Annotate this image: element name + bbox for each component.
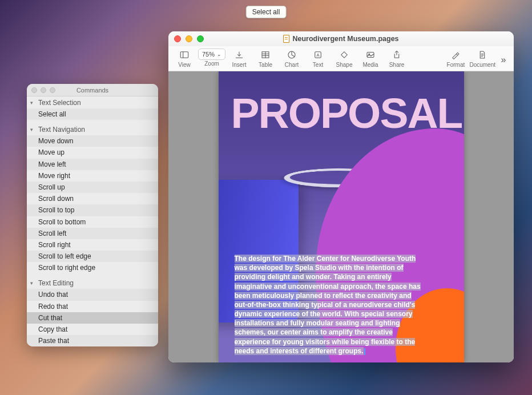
document-body-text[interactable]: The design for The Alder Center for Neur… xyxy=(235,254,423,356)
toolbar-chart[interactable]: Chart xyxy=(279,49,304,68)
text-icon: A xyxy=(310,49,326,61)
close-button[interactable] xyxy=(174,35,181,42)
command-item[interactable]: Copy that xyxy=(27,324,158,335)
chevron-right-double-icon: » xyxy=(501,55,506,65)
toolbar: View 75% ⌄ Zoom Insert Table Chart A Tex… xyxy=(168,46,514,71)
panel-window-controls[interactable] xyxy=(31,87,55,93)
format-icon xyxy=(448,49,464,61)
command-item[interactable]: Select all xyxy=(27,108,158,120)
command-item[interactable]: Move right xyxy=(27,170,158,182)
traffic-lights[interactable] xyxy=(174,35,204,42)
command-item[interactable]: Scroll to bottom xyxy=(27,216,158,228)
section-list-text-selection: Select all xyxy=(27,108,158,120)
toolbar-document[interactable]: Document xyxy=(469,49,495,68)
pages-app-window: Neurodivergent Museum.pages View 75% ⌄ Z… xyxy=(168,31,514,362)
document-page[interactable]: PROPOSAL The design for The Alder Center… xyxy=(219,71,464,362)
toolbar-format[interactable]: Format xyxy=(443,49,468,68)
commands-titlebar[interactable]: Commands xyxy=(27,84,158,96)
command-item[interactable]: Undo that xyxy=(27,289,158,300)
chevron-down-icon: ⌄ xyxy=(217,51,221,57)
toolbar-media[interactable]: Media xyxy=(358,49,383,68)
toolbar-shape[interactable]: Shape xyxy=(332,49,357,68)
minimize-button[interactable] xyxy=(186,35,192,42)
command-item[interactable]: Redo that xyxy=(27,301,158,312)
chart-icon xyxy=(284,49,300,61)
command-item[interactable]: Scroll left xyxy=(27,228,158,239)
toolbar-zoom[interactable]: 75% ⌄ Zoom xyxy=(198,49,225,67)
svg-text:A: A xyxy=(317,53,320,58)
window-title-text: Neurodivergent Museum.pages xyxy=(292,35,398,43)
chevron-down-icon: ▾ xyxy=(30,100,36,106)
media-icon xyxy=(362,49,378,61)
svg-marker-13 xyxy=(341,52,348,58)
command-item[interactable]: Scroll down xyxy=(27,193,158,204)
chevron-down-icon: ▾ xyxy=(30,127,36,132)
toolbar-insert[interactable]: Insert xyxy=(227,49,252,68)
document-heading[interactable]: PROPOSAL xyxy=(231,88,464,138)
command-item[interactable]: Move left xyxy=(27,159,158,170)
insert-icon xyxy=(231,49,247,61)
fullscreen-button[interactable] xyxy=(197,35,204,42)
zoom-dropdown[interactable]: 75% ⌄ xyxy=(198,49,225,60)
selected-text[interactable]: The design for The Alder Center for Neur… xyxy=(235,255,421,355)
share-icon xyxy=(389,49,405,61)
zoom-value: 75% xyxy=(202,51,215,58)
section-header-text-selection[interactable]: ▾ Text Selection xyxy=(27,96,158,108)
shape-icon xyxy=(336,49,352,61)
toolbar-text[interactable]: A Text xyxy=(305,49,331,68)
sidebar-icon xyxy=(176,49,192,61)
panel-min-dot[interactable] xyxy=(41,87,46,93)
toolbar-table[interactable]: Table xyxy=(253,49,278,68)
section-header-text-editing[interactable]: ▾ Text Editing xyxy=(27,277,158,289)
table-icon xyxy=(257,49,273,61)
panel-max-dot[interactable] xyxy=(50,87,55,93)
panel-close-dot[interactable] xyxy=(31,87,37,93)
svg-rect-0 xyxy=(180,52,188,58)
section-list-text-editing: Undo that Redo that Cut that Copy that P… xyxy=(27,289,158,346)
command-item-selected[interactable]: Cut that xyxy=(27,312,158,324)
command-item[interactable]: Scroll up xyxy=(27,182,158,193)
window-titlebar[interactable]: Neurodivergent Museum.pages xyxy=(168,31,514,46)
command-item[interactable]: Scroll to left edge xyxy=(27,251,158,262)
document-icon xyxy=(474,49,490,61)
command-item[interactable]: Scroll to right edge xyxy=(27,262,158,273)
command-item[interactable]: Move up xyxy=(27,147,158,158)
command-item[interactable]: Scroll right xyxy=(27,239,158,251)
toolbar-view[interactable]: View xyxy=(172,49,197,68)
toolbar-overflow[interactable]: » xyxy=(497,49,510,71)
section-label: Text Selection xyxy=(38,99,81,107)
text-cursor xyxy=(364,348,365,355)
section-header-text-navigation[interactable]: ▾ Text Navigation xyxy=(27,123,158,135)
chevron-down-icon: ▾ xyxy=(30,280,36,286)
window-title: Neurodivergent Museum.pages xyxy=(168,35,514,43)
command-item[interactable]: Move down xyxy=(27,135,158,147)
section-label: Text Navigation xyxy=(38,126,85,134)
tooltip-text: Select all xyxy=(252,8,280,16)
document-canvas[interactable]: PROPOSAL The design for The Alder Center… xyxy=(168,71,514,362)
section-list-text-navigation: Move down Move up Move left Move right S… xyxy=(27,135,158,273)
command-item[interactable]: Scroll to top xyxy=(27,204,158,216)
pages-doc-icon xyxy=(283,35,289,43)
command-item[interactable]: Paste that xyxy=(27,335,158,346)
toolbar-share[interactable]: Share xyxy=(384,49,409,68)
voice-command-tooltip: Select all xyxy=(246,6,287,18)
section-label: Text Editing xyxy=(38,279,74,287)
commands-panel: Commands ▾ Text Selection Select all ▾ T… xyxy=(27,84,158,346)
